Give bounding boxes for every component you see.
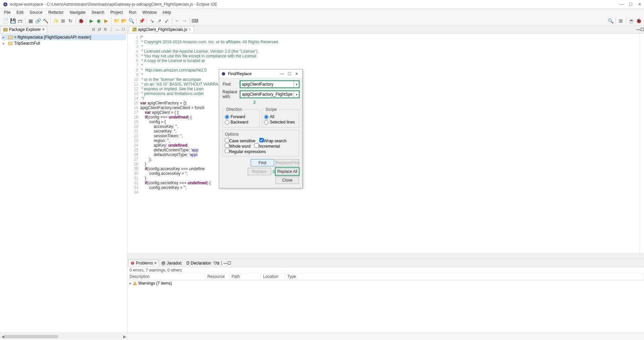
col-description[interactable]: Description: [128, 274, 205, 280]
code-content[interactable]: /* * Copyright 2010-2016 Amazon.com, Inc…: [140, 34, 644, 253]
selected-radio[interactable]: [264, 120, 268, 125]
focus-icon[interactable]: ⧉: [216, 261, 219, 265]
expand-icon[interactable]: ▸: [3, 35, 7, 40]
terminal-icon[interactable]: ⌨: [192, 17, 198, 24]
problems-table[interactable]: Description Resource Path Location Type …: [128, 274, 644, 333]
menu-search[interactable]: Search: [89, 9, 107, 15]
tree-item-tripsearch[interactable]: ▸ TripSearchFull: [1, 40, 126, 46]
maximize-view-icon[interactable]: ☐: [120, 27, 127, 33]
dialog-maximize-button[interactable]: ☐: [286, 71, 293, 76]
toggle-icon[interactable]: ▦: [27, 17, 34, 24]
search-access-icon[interactable]: 🔍: [607, 17, 614, 24]
window-minimize-button[interactable]: —: [620, 2, 624, 7]
run-icon[interactable]: ▶: [88, 17, 95, 24]
perspective-open-icon[interactable]: ⊞: [617, 17, 624, 24]
javadoc-tab[interactable]: @ Javadoc: [159, 260, 184, 266]
maximize-editor-icon[interactable]: ☐: [640, 27, 644, 32]
close-icon[interactable]: ×: [189, 27, 191, 32]
coverage-icon[interactable]: ◉: [95, 17, 102, 24]
perspective-java-icon[interactable]: ☕: [628, 17, 635, 24]
step-icon[interactable]: ↘: [149, 17, 155, 24]
expand-icon[interactable]: ▸: [3, 41, 7, 46]
filter-icon[interactable]: ▽: [213, 261, 216, 265]
grid-icon[interactable]: ⊞: [60, 17, 66, 24]
menu-edit[interactable]: Edit: [14, 9, 26, 15]
collapse-all-icon[interactable]: ⊟: [90, 27, 96, 33]
declaration-tab[interactable]: D Declaration: [184, 260, 213, 266]
find-button[interactable]: Find: [251, 159, 274, 166]
menu-refactor[interactable]: Refactor: [46, 9, 66, 15]
project-tree[interactable]: ▸ > flightspecialsa [FlightSpecialsAPI m…: [0, 34, 127, 333]
case-sensitive-checkbox[interactable]: [225, 138, 229, 142]
build-icon[interactable]: 🔨: [42, 17, 49, 24]
close-icon[interactable]: ×: [42, 27, 45, 32]
refresh-icon[interactable]: ↻: [67, 17, 74, 24]
link-icon[interactable]: 🔗: [35, 17, 41, 24]
menu-file[interactable]: File: [1, 9, 13, 15]
wand-icon[interactable]: ✨: [52, 17, 59, 24]
pin-icon[interactable]: 📌: [138, 17, 145, 24]
folder-icon[interactable]: 📁: [113, 17, 120, 24]
back-icon[interactable]: ←: [174, 17, 181, 24]
code-editor[interactable]: 1234567891011121314151617181920212223242…: [128, 34, 644, 253]
forward-icon[interactable]: →: [181, 17, 188, 24]
menu-navigate[interactable]: Navigate: [67, 9, 88, 15]
step3-icon[interactable]: ↙: [163, 17, 170, 24]
maximize-view-icon[interactable]: ☐: [228, 261, 231, 265]
problems-tab[interactable]: ! Problems ×: [128, 260, 159, 266]
all-radio[interactable]: [264, 115, 268, 119]
editor-tab-apigclient[interactable]: JS apigClient_FlightSpecials.js ×: [129, 26, 194, 33]
menu-project[interactable]: Project: [108, 9, 126, 15]
col-location[interactable]: Location: [261, 274, 285, 280]
replace-button[interactable]: Replace: [248, 168, 271, 175]
focus-icon[interactable]: ⧉: [102, 27, 108, 33]
dropdown-icon[interactable]: ▾: [294, 91, 299, 98]
close-button[interactable]: Close: [276, 177, 299, 184]
table-row[interactable]: ▸ Warnings (7 items): [128, 280, 644, 286]
window-close-button[interactable]: ✕: [638, 2, 641, 7]
replace-all-button[interactable]: Replace All: [276, 168, 299, 175]
menu-window[interactable]: Window: [140, 9, 159, 15]
replace-find-button[interactable]: Replace/Find: [276, 159, 299, 166]
dialog-minimize-button[interactable]: —: [278, 71, 286, 76]
minimize-editor-icon[interactable]: —: [636, 27, 640, 32]
wrap-search-checkbox[interactable]: [259, 138, 264, 142]
view-menu-icon[interactable]: ⋮: [219, 261, 224, 265]
minimize-view-icon[interactable]: —: [114, 27, 120, 33]
col-resource[interactable]: Resource: [205, 274, 230, 280]
scrollbar-thumb[interactable]: [4, 335, 58, 338]
dialog-titlebar[interactable]: Find/Replace — ☐ ✕: [219, 69, 302, 78]
tree-item-flightspecials[interactable]: ▸ > flightspecialsa [FlightSpecialsAPI m…: [1, 34, 126, 40]
col-type[interactable]: Type: [285, 274, 644, 280]
run-ext-icon[interactable]: ▶: [103, 17, 109, 24]
col-path[interactable]: Path: [230, 274, 261, 280]
find-input[interactable]: [240, 81, 294, 88]
menu-help[interactable]: Help: [160, 9, 174, 15]
whole-word-checkbox[interactable]: [225, 143, 229, 148]
editor-horizontal-scrollbar[interactable]: [128, 253, 644, 259]
link-editor-icon[interactable]: ⇄: [96, 27, 102, 33]
dialog-close-button[interactable]: ✕: [293, 71, 300, 76]
search-tb-icon[interactable]: 🔍: [128, 17, 135, 24]
replace-input[interactable]: [240, 91, 294, 98]
minimize-view-icon[interactable]: —: [224, 261, 228, 265]
overview-ruler[interactable]: [639, 34, 644, 253]
explorer-horizontal-scrollbar[interactable]: ◀ ▶: [0, 334, 128, 339]
saveall-icon[interactable]: 🗃: [17, 17, 23, 24]
folder2-icon[interactable]: 📂: [120, 17, 127, 24]
expand-icon[interactable]: ▸: [130, 281, 132, 286]
step2-icon[interactable]: ↗: [156, 17, 163, 24]
package-explorer-tab[interactable]: Package Explorer ×: [1, 26, 47, 33]
backward-radio[interactable]: [225, 120, 229, 125]
forward-radio[interactable]: [225, 115, 229, 119]
dropdown-icon[interactable]: ▾: [294, 81, 299, 88]
regex-checkbox[interactable]: [225, 149, 229, 153]
new-icon[interactable]: 📄: [2, 17, 9, 24]
close-icon[interactable]: ×: [154, 261, 157, 265]
save-icon[interactable]: 💾: [9, 17, 16, 24]
view-menu-icon[interactable]: ⋮: [108, 27, 114, 33]
incremental-checkbox[interactable]: [254, 143, 259, 148]
bug-icon[interactable]: 🐞: [78, 17, 84, 24]
perspective-debug-icon[interactable]: 🐞: [635, 17, 642, 24]
menu-source[interactable]: Source: [27, 9, 45, 15]
